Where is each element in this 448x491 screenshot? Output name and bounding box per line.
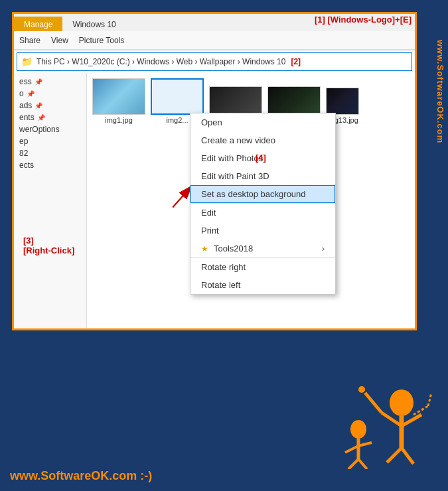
menu-rotate-right[interactable]: Rotate right bbox=[190, 257, 335, 276]
sidebar-label: ents bbox=[19, 113, 35, 122]
svg-point-6 bbox=[390, 389, 413, 416]
sidebar-label: ads bbox=[19, 101, 32, 110]
svg-line-15 bbox=[428, 393, 431, 406]
svg-point-13 bbox=[358, 386, 365, 393]
menu-set-background-label: Set as desktop background bbox=[201, 189, 306, 199]
sidebar-label: ep bbox=[19, 137, 28, 146]
menu-tools2018-label: Tools2018 bbox=[214, 244, 253, 253]
menu-rotate-right-label: Rotate right bbox=[201, 262, 246, 272]
pin-icon-2: 📌 bbox=[35, 102, 42, 109]
label-4: [4] bbox=[256, 153, 266, 163]
menu-rotate-left[interactable]: Rotate left bbox=[190, 276, 335, 294]
menu-tools2018[interactable]: ★ Tools2018 › bbox=[190, 240, 335, 257]
tab-windows10[interactable]: Windows 10 bbox=[62, 17, 125, 31]
sidebar-label: 82 bbox=[19, 149, 28, 158]
svg-line-5 bbox=[358, 459, 367, 469]
sidebar-item-6[interactable]: 82 bbox=[14, 147, 86, 159]
star-icon: ★ bbox=[201, 244, 208, 253]
thumb-img-1 bbox=[92, 78, 145, 115]
svg-line-10 bbox=[387, 448, 402, 462]
context-menu: Open Create a new video Edit with Photos… bbox=[190, 113, 336, 295]
svg-line-3 bbox=[358, 443, 372, 446]
svg-line-14 bbox=[413, 406, 428, 415]
sidebar-label: werOptions bbox=[19, 125, 60, 134]
label-3: [3] [Right-Click] bbox=[23, 236, 74, 255]
svg-line-2 bbox=[345, 446, 358, 453]
menu-open-label: Open bbox=[201, 117, 222, 127]
svg-line-9 bbox=[402, 415, 421, 426]
thumb-img-13 bbox=[326, 88, 359, 115]
svg-line-11 bbox=[402, 448, 413, 464]
ribbon-view[interactable]: View bbox=[51, 36, 68, 45]
sidebar-item-7[interactable]: ects bbox=[14, 159, 86, 171]
menu-create-video-label: Create a new video bbox=[201, 135, 275, 145]
thumb-img-2 bbox=[151, 78, 204, 115]
main-content: ess 📌 o 📌 ads 📌 ents 📌 werOptions ep bbox=[14, 73, 415, 328]
thumb-label-1: img1.jpg bbox=[105, 116, 133, 124]
tab-manage[interactable]: Manage bbox=[14, 17, 62, 31]
menu-edit-photos-label: Edit with Photos bbox=[201, 153, 263, 163]
ribbon-picture-tools[interactable]: Picture Tools bbox=[79, 36, 124, 45]
menu-set-background[interactable]: Set as desktop background bbox=[190, 185, 335, 203]
svg-point-0 bbox=[350, 420, 366, 439]
menu-print[interactable]: Print bbox=[190, 222, 335, 240]
ribbon-share[interactable]: Share bbox=[19, 36, 40, 45]
menu-print-label: Print bbox=[201, 226, 219, 236]
ribbon-content: Share View Picture Tools bbox=[14, 31, 415, 50]
sidebar-item-0[interactable]: ess 📌 bbox=[14, 76, 86, 88]
explorer-window: Manage Windows 10 Share View Picture Too… bbox=[12, 12, 417, 330]
thumb-label-2: img2... bbox=[166, 116, 188, 124]
menu-edit-label: Edit bbox=[201, 208, 216, 218]
side-vertical-label: www.SoftwareOK.com bbox=[435, 40, 445, 143]
sidebar: ess 📌 o 📌 ads 📌 ents 📌 werOptions ep bbox=[14, 73, 87, 328]
label-2: [2] bbox=[291, 57, 301, 66]
submenu-arrow: › bbox=[322, 244, 325, 253]
sidebar-label: ess bbox=[19, 77, 32, 86]
sidebar-item-3[interactable]: ents 📌 bbox=[14, 111, 86, 123]
menu-edit-paint3d-label: Edit with Paint 3D bbox=[201, 171, 269, 181]
menu-edit[interactable]: Edit bbox=[190, 203, 335, 222]
menu-open[interactable]: Open bbox=[190, 113, 335, 131]
label-1: [1] [Windows-Logo]+[E] bbox=[315, 15, 411, 25]
pin-icon-0: 📌 bbox=[35, 78, 42, 86]
sidebar-label: ects bbox=[19, 161, 34, 170]
menu-edit-paint3d[interactable]: Edit with Paint 3D bbox=[190, 167, 335, 185]
mascot-figure bbox=[329, 336, 435, 471]
thumbnail-img1[interactable]: img1.jpg bbox=[92, 78, 145, 124]
svg-line-12 bbox=[365, 393, 382, 413]
menu-create-video[interactable]: Create a new video bbox=[190, 131, 335, 149]
address-path: This PC › W10_2020c (C:) › Windows › Web… bbox=[37, 57, 285, 66]
sidebar-item-1[interactable]: o 📌 bbox=[14, 88, 86, 100]
pin-icon-1: 📌 bbox=[27, 90, 35, 98]
sidebar-item-2[interactable]: ads 📌 bbox=[14, 100, 86, 111]
sidebar-item-5[interactable]: ep bbox=[14, 135, 86, 147]
sidebar-label: o bbox=[19, 89, 24, 98]
files-area: img1.jpg img2... img13.jpg bbox=[87, 73, 415, 328]
menu-rotate-left-label: Rotate left bbox=[201, 280, 240, 290]
svg-line-4 bbox=[348, 459, 358, 469]
folder-icon: 📁 bbox=[21, 56, 33, 67]
bottom-text: www.SoftwareOK.com :-) bbox=[10, 469, 152, 483]
address-bar[interactable]: 📁 This PC › W10_2020c (C:) › Windows › W… bbox=[17, 52, 412, 71]
pin-icon-3: 📌 bbox=[37, 114, 45, 121]
sidebar-item-4[interactable]: werOptions bbox=[14, 123, 86, 135]
